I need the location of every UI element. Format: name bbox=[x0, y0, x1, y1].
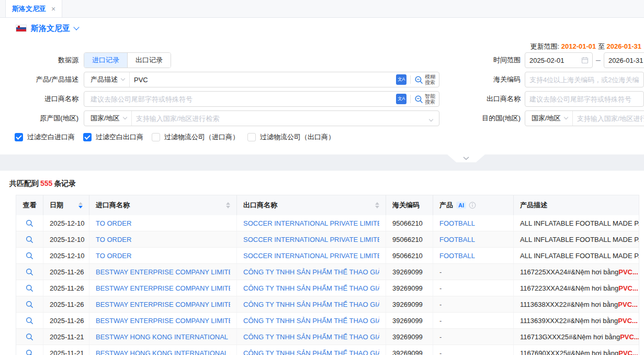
smart-search-button[interactable]: 智能搜索 bbox=[414, 93, 436, 105]
tab-bar: 斯洛文尼亚 × bbox=[0, 0, 644, 18]
product-link[interactable]: - bbox=[439, 317, 442, 325]
checkbox-filter-logistics-exporter[interactable]: 过滤物流公司（出口商） bbox=[247, 132, 335, 142]
origin-country-label: 原产国(地区) bbox=[0, 114, 78, 123]
view-record-button[interactable] bbox=[26, 219, 33, 227]
product-input-group: 产品描述 文A 模糊搜索 bbox=[84, 72, 439, 87]
product-link[interactable]: - bbox=[439, 284, 442, 292]
destination-type-select[interactable]: 国家/地区 bbox=[525, 111, 573, 126]
collapse-filter-button[interactable] bbox=[447, 154, 485, 162]
date-to-field[interactable] bbox=[604, 52, 644, 68]
chevron-down-icon bbox=[563, 115, 568, 119]
importer-link[interactable]: BESTWAY ENTERPRISE COMPANY LIMITED bbox=[96, 268, 230, 276]
cell-description: 1167223XXA24#&Nệm hơi bằng PVC... bbox=[514, 280, 639, 296]
product-link[interactable]: - bbox=[439, 301, 442, 308]
view-record-button[interactable] bbox=[26, 333, 33, 341]
cell-date: 2025-11-21 bbox=[43, 329, 89, 345]
exporter-link[interactable]: SOCCER INTERNATIONAL PRIVATE LIMITED bbox=[243, 219, 379, 227]
tab-slovenia[interactable]: 斯洛文尼亚 × bbox=[5, 0, 62, 17]
importer-link[interactable]: TO ORDER bbox=[96, 236, 131, 243]
date-from-field[interactable] bbox=[525, 52, 593, 68]
importer-link[interactable]: BESTWAY ENTERPRISE COMPANY LIMITED bbox=[96, 284, 230, 292]
product-link[interactable]: - bbox=[439, 268, 442, 276]
checkbox-filter-logistics-importer[interactable]: 过滤物流公司（进口商） bbox=[152, 132, 239, 142]
search-icon bbox=[26, 219, 33, 227]
product-link[interactable]: - bbox=[439, 349, 442, 355]
importer-link[interactable]: TO ORDER bbox=[96, 252, 131, 260]
importer-link[interactable]: BESTWAY HONG KONG INTERNATIONAL LI... bbox=[96, 333, 230, 341]
cell-hs-code: 39269099 bbox=[386, 329, 433, 345]
view-record-button[interactable] bbox=[26, 236, 33, 243]
exporter-input[interactable] bbox=[525, 91, 644, 107]
description-text: ALL INFLATABLE FOOTBALL MADE P... bbox=[520, 236, 639, 243]
importer-link[interactable]: BESTWAY ENTERPRISE COMPANY LIMITED bbox=[96, 317, 230, 325]
view-record-button[interactable] bbox=[26, 349, 33, 355]
fuzzy-search-button[interactable]: 模糊搜索 bbox=[414, 74, 436, 85]
cell-description: ALL INFLATABLE FOOTBALL MADE P... bbox=[514, 215, 639, 231]
sort-exporter-control[interactable] bbox=[375, 202, 379, 208]
product-type-select[interactable]: 产品描述 bbox=[84, 72, 130, 87]
cell-hs-code: 39269099 bbox=[386, 345, 433, 355]
importer-input[interactable] bbox=[84, 95, 396, 103]
cell-description: 1113639XXX22#&Nệm hơi bằng PVC... bbox=[514, 313, 639, 328]
column-view: 查看 bbox=[16, 195, 43, 215]
exporter-link[interactable]: CÔNG TY TNHH SẢN PHẨM THỂ THAO GIẢ... bbox=[243, 333, 379, 341]
info-icon[interactable] bbox=[469, 202, 476, 209]
records-table: 查看 日期 进口商名称 出口商名称 海关编码 产品 AI bbox=[16, 195, 639, 355]
app-window: 斯洛文尼亚 × 斯洛文尼亚 更新范围: 2012-01-01 至 2026-01… bbox=[0, 0, 644, 355]
destination-country-input[interactable] bbox=[573, 115, 644, 123]
search-icon bbox=[26, 317, 33, 325]
close-icon[interactable]: × bbox=[51, 5, 55, 13]
update-range-from: 2012-01-01 bbox=[561, 42, 596, 50]
tab-export-records[interactable]: 出口记录 bbox=[127, 53, 171, 68]
chevron-down-icon bbox=[463, 157, 469, 160]
product-label: 产品/产品描述 bbox=[0, 75, 78, 84]
view-record-button[interactable] bbox=[26, 268, 33, 276]
exporter-link[interactable]: CÔNG TY TNHH SẢN PHẨM THỂ THAO GIẢ... bbox=[243, 317, 379, 325]
product-link[interactable]: FOOTBALL bbox=[439, 236, 475, 243]
product-link[interactable]: FOOTBALL bbox=[439, 252, 475, 260]
exporter-link[interactable]: SOCCER INTERNATIONAL PRIVATE LIMITED bbox=[243, 236, 379, 243]
importer-link[interactable]: BESTWAY ENTERPRISE COMPANY LIMITED bbox=[96, 301, 230, 308]
view-record-button[interactable] bbox=[26, 252, 33, 260]
sort-importer-control[interactable] bbox=[226, 202, 230, 208]
tab-import-records[interactable]: 进口记录 bbox=[84, 53, 127, 68]
calendar-icon bbox=[581, 57, 589, 64]
translate-icon[interactable]: 文A bbox=[396, 74, 406, 85]
exporter-link[interactable]: CÔNG TY TNHH SẢN PHẨM THỂ THAO GIẢ... bbox=[243, 349, 379, 355]
exporter-link[interactable]: CÔNG TY TNHH SẢN PHẨM THỂ THAO GIẢ... bbox=[243, 268, 379, 276]
description-text: 1167223XXA24#&Nệm hơi bằng bbox=[520, 284, 618, 292]
view-record-button[interactable] bbox=[26, 317, 33, 325]
tab-label: 斯洛文尼亚 bbox=[12, 4, 46, 14]
sort-date-control[interactable] bbox=[78, 202, 83, 208]
chevron-down-icon[interactable] bbox=[73, 24, 79, 30]
destination-country-label: 目的国(地区) bbox=[473, 114, 521, 123]
translate-icon[interactable]: 文A bbox=[396, 94, 406, 104]
origin-type-select[interactable]: 国家/地区 bbox=[84, 111, 132, 126]
table-row: 2025-11-21 BESTWAY HONG KONG INTERNATION… bbox=[16, 345, 639, 355]
table-row: 2025-11-26 BESTWAY ENTERPRISE COMPANY LI… bbox=[16, 296, 639, 313]
exporter-link[interactable]: CÔNG TY TNHH SẢN PHẨM THỂ THAO GIẢ... bbox=[243, 301, 379, 308]
hs-code-input[interactable] bbox=[525, 72, 644, 87]
description-text: 1113639XXX22#&Nệm hơi bằng bbox=[520, 317, 618, 325]
exporter-link[interactable]: SOCCER INTERNATIONAL PRIVATE LIMITED bbox=[243, 252, 379, 260]
chevron-down-icon[interactable] bbox=[429, 117, 433, 121]
product-search-input[interactable] bbox=[130, 76, 396, 84]
view-record-button[interactable] bbox=[26, 301, 33, 308]
country-header: 斯洛文尼亚 bbox=[0, 18, 644, 39]
product-link[interactable]: FOOTBALL bbox=[439, 219, 475, 227]
results-summary: 共匹配到555条记录 bbox=[0, 177, 644, 190]
data-source-switch: 进口记录 出口记录 bbox=[84, 52, 171, 68]
origin-country-input[interactable] bbox=[132, 115, 430, 123]
view-record-button[interactable] bbox=[26, 284, 33, 292]
importer-link[interactable]: BESTWAY HONG KONG INTERNATIONAL LI... bbox=[96, 349, 230, 355]
exporter-link[interactable]: CÔNG TY TNHH SẢN PHẨM THỂ THAO GIẢ... bbox=[243, 284, 379, 292]
table-row: 2025-11-26 BESTWAY ENTERPRISE COMPANY LI… bbox=[16, 313, 639, 329]
importer-link[interactable]: TO ORDER bbox=[96, 219, 131, 227]
country-selector[interactable]: 斯洛文尼亚 bbox=[31, 24, 70, 34]
cell-date: 2025-12-10 bbox=[43, 215, 89, 231]
checkbox-filter-blank-importer[interactable]: 过滤空白进口商 bbox=[15, 132, 75, 142]
checkbox-filter-blank-exporter[interactable]: 过滤空白出口商 bbox=[83, 132, 143, 142]
table-header: 查看 日期 进口商名称 出口商名称 海关编码 产品 AI bbox=[16, 195, 639, 215]
date-to-input[interactable] bbox=[604, 52, 644, 68]
product-link[interactable]: - bbox=[439, 333, 442, 341]
